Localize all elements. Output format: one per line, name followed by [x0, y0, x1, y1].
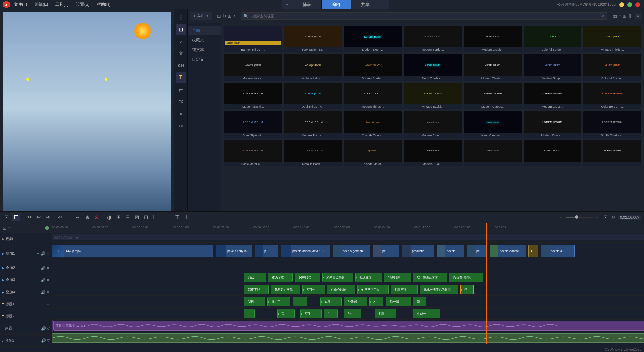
template-modern-neon[interactable]: Lorem ipsum Modern Neon ...: [344, 26, 402, 52]
template-vintage-thirds[interactable]: Lorem ipsum Vintage Thirds ...: [583, 26, 641, 52]
clip-t-emo[interactable]: T 如果情已决裂: [322, 273, 353, 282]
clip-t-cry[interactable]: T 哭肿的双: [295, 273, 320, 282]
template-subtle-thirds[interactable]: LOREM IPSUM Subtle Thirds - ...: [583, 111, 641, 138]
clip-star[interactable]: ★: [528, 245, 538, 257]
zoom-slider[interactable]: [566, 217, 593, 218]
home-tab[interactable]: ⌂: [282, 0, 292, 9]
track3-audio-icon[interactable]: 🔊: [41, 278, 46, 282]
template-dual-thirds[interactable]: Lorem ipsum Dual Thirds - R...: [284, 83, 342, 109]
tab-share[interactable]: 共享: [351, 0, 380, 9]
playhead[interactable]: [486, 223, 487, 233]
menu-edit[interactable]: 编辑(E): [31, 1, 51, 8]
zoom-in-btn[interactable]: +: [594, 214, 600, 221]
clip-t4-2[interactable]: T 我: [277, 309, 295, 318]
clip-t4-7[interactable]: T 化成一: [413, 309, 440, 318]
refresh-icon[interactable]: ↻: [222, 13, 226, 19]
clip-t3-4[interactable]: T 如果: [320, 297, 342, 306]
templates-search-input[interactable]: [250, 13, 601, 19]
track5-link-icon[interactable]: ⚭: [46, 302, 50, 307]
cat-custom[interactable]: 自定义: [188, 55, 221, 64]
view-grid-btn[interactable]: ▦: [613, 13, 617, 19]
template-banner-thirds[interactable]: Lorem ipsum Banner Thirds - ...: [224, 26, 282, 52]
360-btn[interactable]: ⊣: [160, 213, 168, 221]
clip-p[interactable]: p: [255, 245, 278, 257]
clip-t-drop[interactable]: T 滴落在你眼间...: [449, 273, 483, 282]
clip-t4-3[interactable]: T 多可: [300, 309, 322, 318]
audio-waveform-clip[interactable]: 蓝眼泪-薛花满_1.mp3: [53, 321, 644, 331]
template-colorful-border[interactable]: Colorful... Colorful Borde...: [524, 26, 582, 52]
template-misc1[interactable]: Lorem ipsum ...: [464, 140, 522, 166]
template-modern-italics[interactable]: Lorem ipsum Modern Italics...: [224, 54, 282, 81]
clip-t3-8[interactable]: T 滴: [413, 297, 426, 306]
view-large-btn[interactable]: ⊞: [623, 13, 627, 19]
music-waveform-clip[interactable]: [52, 333, 644, 343]
clip-pexels-b[interactable]: pexels-: [437, 245, 464, 257]
view-list-btn[interactable]: ≡: [619, 13, 621, 19]
clip-t4-6[interactable]: T 都看: [375, 309, 396, 318]
timeline-mode-btn[interactable]: ⧠: [12, 214, 20, 221]
sidebar-mask[interactable]: ✂: [176, 121, 186, 131]
track-mode-btn[interactable]: ⊡: [3, 213, 10, 221]
track2-audio-icon[interactable]: 🔊: [41, 266, 46, 270]
clip-t-for[interactable]: T 都为了谁: [268, 273, 293, 282]
template-modern-dual[interactable]: LOREM IPSUM Modern Dual - ...: [524, 111, 582, 138]
clip-t2-heart[interactable]: T 我只是心疼你: [271, 285, 300, 294]
track7-vol-icon[interactable]: 🔊: [41, 338, 46, 343]
template-modern-cutout[interactable]: LOREM IPSUM Modern Cutout...: [464, 83, 522, 109]
template-vintage-backlit[interactable]: LOREM IPSUM Vintage Backli...: [404, 83, 462, 109]
clip-t4-1[interactable]: T: [244, 309, 255, 318]
clip-t3-5[interactable]: T 他没感: [344, 297, 367, 306]
track-list-btn[interactable]: ≡: [8, 225, 11, 231]
clip-t2-also[interactable]: T 还: [460, 285, 474, 294]
clip-t2-grief[interactable]: T 你伤心欲绝: [327, 285, 355, 294]
template-book-style[interactable]: Lorem ipsum Book Style - Ex...: [284, 26, 342, 52]
cat-all[interactable]: 全部: [188, 26, 221, 35]
template-colorful-border2[interactable]: Lorem ipsum Colorful Borde...: [583, 54, 641, 81]
template-metallic-backlit[interactable]: LOREM IPSUM Metallic Backli...: [284, 140, 342, 166]
sidebar-capture[interactable]: ⊡: [176, 24, 186, 35]
template-neon-thirds[interactable]: Lorem ipsum Neon Thirds - ...: [404, 54, 462, 81]
menu-tools[interactable]: 工具(T): [52, 1, 72, 8]
preview-icon[interactable]: ⊡: [217, 13, 221, 19]
clip-t2-night[interactable]: T 深夜不能: [244, 285, 269, 294]
track6-vol-icon[interactable]: 🔊: [41, 326, 46, 331]
clip-t4-4[interactable]: T f: [324, 309, 338, 318]
menu-help[interactable]: 帮助(H): [94, 1, 114, 8]
clip-t-deep[interactable]: T 对你的深: [384, 273, 411, 282]
sidebar-fx[interactable]: FX: [176, 96, 186, 107]
cat-favorites[interactable]: 收藏夹: [188, 35, 221, 45]
clip-pe2[interactable]: pe: [467, 245, 487, 257]
import-icon[interactable]: ⊞: [228, 13, 232, 19]
template-modern-credits[interactable]: Lorem ipsum Modern Credit...: [464, 26, 522, 52]
delete-btn[interactable]: ⊗: [93, 213, 100, 221]
template-episode-title[interactable]: Lorem ipsum Episode Title - ...: [344, 111, 402, 138]
clip-adrien[interactable]: pexels-adrien-jacta-10171434: [281, 245, 330, 257]
template-spooky-border[interactable]: Loren Ipsum Spooky Border...: [344, 54, 402, 81]
stabilize-btn[interactable]: ⊢: [151, 213, 159, 221]
effects-btn[interactable]: ⊤: [173, 213, 181, 221]
template-modern-simple[interactable]: Lorem ipsum Modern Simpl...: [524, 54, 582, 81]
clip-kelly[interactable]: pexels-kelly-la...: [216, 245, 252, 257]
window-close[interactable]: [635, 2, 640, 7]
view-sort-btn[interactable]: ⇅: [628, 13, 632, 19]
clip-t3-2[interactable]: T 都为了: [267, 297, 290, 306]
sidebar-text-T[interactable]: T: [176, 72, 186, 83]
window-maximize[interactable]: [627, 2, 632, 7]
template-modern-thirds-2[interactable]: LOREM IPSUM Modern Thirds ...: [344, 83, 402, 109]
sidebar-title[interactable]: AB: [176, 60, 186, 71]
clip-t-feel[interactable]: T 他没感觉: [355, 273, 382, 282]
cat-plain-text[interactable]: 纯文本: [188, 45, 221, 55]
template-modern-backlit[interactable]: LOREM IPSUM Modern Backli...: [224, 83, 282, 109]
motion-btn[interactable]: ⊡: [142, 213, 150, 221]
sidebar-music[interactable]: ♪: [176, 36, 186, 47]
clip-t4-5[interactable]: T 他: [344, 309, 361, 318]
template-episode-metallic[interactable]: Episode... Episode Metall...: [344, 140, 402, 166]
track4-audio-icon[interactable]: 🔊: [41, 290, 46, 295]
template-modern-cross[interactable]: LOREM IPSUM Modern Cross...: [524, 83, 582, 109]
extend-btn[interactable]: ↔: [73, 214, 82, 221]
clip-1440p[interactable]: ▶ 1440p.mp4: [52, 245, 213, 257]
clip-t-wo[interactable]: T 我已: [244, 273, 266, 282]
clip-production[interactable]: productio...: [402, 245, 434, 257]
template-basic-metallic[interactable]: LOREM IPSUM Basic Metallic - ...: [224, 140, 282, 166]
menu-file[interactable]: 文件(F): [11, 1, 31, 8]
